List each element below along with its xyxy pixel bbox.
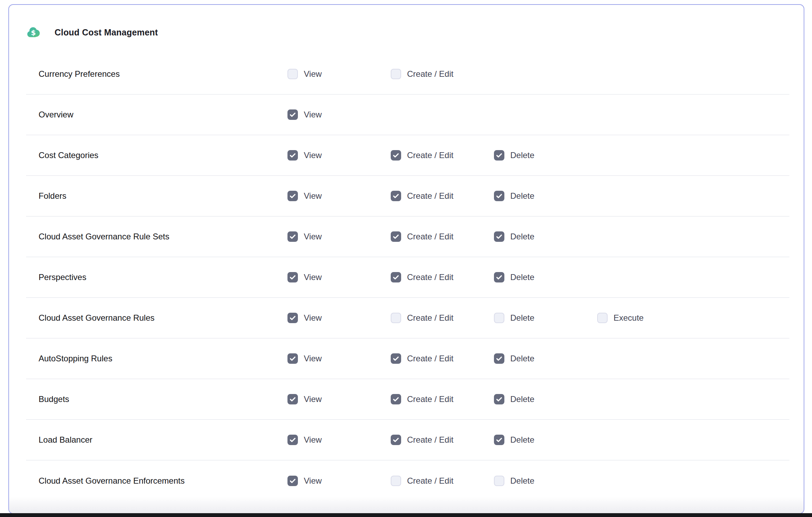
permission-create-edit[interactable]: Create / Edit [391, 191, 453, 201]
module-title: Cloud Cost Management [55, 27, 158, 38]
resource-label: Cost Categories [39, 150, 98, 160]
permission-create-edit[interactable]: Create / Edit [391, 150, 453, 161]
checked-checkbox-create-edit[interactable] [391, 272, 401, 282]
checked-checkbox-delete[interactable] [494, 435, 504, 445]
permission-label: Create / Edit [407, 150, 453, 160]
permission-delete[interactable]: Delete [494, 191, 534, 201]
checked-checkbox-view[interactable] [287, 150, 298, 161]
resource-label: Cloud Asset Governance Rules [39, 313, 155, 323]
checked-checkbox-create-edit[interactable] [391, 191, 401, 201]
unchecked-checkbox-delete[interactable] [494, 476, 504, 486]
permission-label: Delete [510, 394, 534, 404]
permission-create-edit[interactable]: Create / Edit [391, 435, 453, 445]
permission-create-edit[interactable]: Create / Edit [391, 476, 453, 486]
permission-view[interactable]: View [287, 394, 322, 404]
unchecked-checkbox-create-edit[interactable] [391, 313, 401, 323]
checked-checkbox-create-edit[interactable] [391, 231, 401, 242]
checked-checkbox-create-edit[interactable] [391, 435, 401, 445]
checked-checkbox-delete[interactable] [494, 272, 504, 282]
permission-view[interactable]: View [287, 191, 322, 201]
permission-label: View [304, 435, 322, 445]
permission-row-cloud-asset-governance-enforcements: Cloud Asset Governance EnforcementsViewC… [26, 460, 789, 501]
permission-delete[interactable]: Delete [494, 272, 534, 282]
unchecked-checkbox-delete[interactable] [494, 313, 504, 323]
permission-row-cloud-asset-governance-rules: Cloud Asset Governance RulesViewCreate /… [26, 298, 789, 338]
unchecked-checkbox-execute[interactable] [597, 313, 608, 323]
permission-view[interactable]: View [287, 109, 322, 120]
permission-label: Create / Edit [407, 313, 453, 323]
permission-label: Delete [510, 476, 534, 486]
checked-checkbox-view[interactable] [287, 272, 298, 282]
unchecked-checkbox-create-edit[interactable] [391, 476, 401, 486]
checked-checkbox-view[interactable] [287, 313, 298, 323]
permission-label: View [304, 232, 322, 241]
screen-bottom-edge [0, 513, 812, 517]
permission-create-edit[interactable]: Create / Edit [391, 313, 453, 323]
permission-view[interactable]: View [287, 476, 322, 486]
permission-label: View [304, 272, 322, 282]
checked-checkbox-view[interactable] [287, 353, 298, 364]
checked-checkbox-delete[interactable] [494, 394, 504, 404]
permission-label: Delete [510, 435, 534, 445]
checked-checkbox-create-edit[interactable] [391, 353, 401, 364]
permission-create-edit[interactable]: Create / Edit [391, 272, 453, 282]
resource-label: Perspectives [39, 272, 86, 282]
checked-checkbox-delete[interactable] [494, 150, 504, 161]
checked-checkbox-view[interactable] [287, 435, 298, 445]
permission-label: View [304, 191, 322, 201]
permission-label: Create / Edit [407, 232, 453, 241]
permission-label: View [304, 476, 322, 486]
permission-view[interactable]: View [287, 435, 322, 445]
permission-create-edit[interactable]: Create / Edit [391, 231, 453, 242]
permission-create-edit[interactable]: Create / Edit [391, 394, 453, 404]
checked-checkbox-create-edit[interactable] [391, 394, 401, 404]
checked-checkbox-delete[interactable] [494, 191, 504, 201]
permission-delete[interactable]: Delete [494, 231, 534, 242]
checked-checkbox-view[interactable] [287, 191, 298, 201]
permission-label: View [304, 69, 322, 79]
permission-row-load-balancer: Load BalancerViewCreate / EditDelete [26, 420, 789, 460]
permission-label: Execute [614, 313, 644, 323]
permission-view[interactable]: View [287, 353, 322, 364]
svg-text:$: $ [31, 28, 36, 37]
permission-delete[interactable]: Delete [494, 476, 534, 486]
page: $ Cloud Cost Management Currency Prefere… [0, 0, 812, 517]
permission-view[interactable]: View [287, 313, 322, 323]
unchecked-checkbox-create-edit[interactable] [391, 69, 401, 79]
permission-delete[interactable]: Delete [494, 313, 534, 323]
resource-label: Overview [39, 110, 73, 120]
permission-label: View [304, 354, 322, 363]
permission-label: Delete [510, 354, 534, 363]
resource-label: Folders [39, 191, 66, 201]
checked-checkbox-view[interactable] [287, 231, 298, 242]
permission-delete[interactable]: Delete [494, 150, 534, 161]
permission-delete[interactable]: Delete [494, 435, 534, 445]
unchecked-checkbox-view[interactable] [287, 69, 298, 79]
permission-view[interactable]: View [287, 69, 322, 79]
cloud-cost-management-card: $ Cloud Cost Management Currency Prefere… [8, 4, 804, 514]
permission-label: Delete [510, 191, 534, 201]
checked-checkbox-view[interactable] [287, 394, 298, 404]
permission-view[interactable]: View [287, 150, 322, 161]
permission-delete[interactable]: Delete [494, 353, 534, 364]
permission-row-overview: OverviewView [26, 95, 789, 135]
permission-label: Create / Edit [407, 394, 453, 404]
permission-create-edit[interactable]: Create / Edit [391, 69, 453, 79]
permission-execute[interactable]: Execute [597, 313, 644, 323]
permission-label: Delete [510, 150, 534, 160]
checked-checkbox-view[interactable] [287, 109, 298, 120]
checked-checkbox-delete[interactable] [494, 353, 504, 364]
resource-label: Currency Preferences [39, 69, 120, 79]
permission-view[interactable]: View [287, 231, 322, 242]
permission-view[interactable]: View [287, 272, 322, 282]
checked-checkbox-delete[interactable] [494, 231, 504, 242]
checked-checkbox-create-edit[interactable] [391, 150, 401, 161]
permission-create-edit[interactable]: Create / Edit [391, 353, 453, 364]
permission-row-currency-preferences: Currency PreferencesViewCreate / Edit [26, 54, 789, 95]
checked-checkbox-view[interactable] [287, 476, 298, 486]
permission-delete[interactable]: Delete [494, 394, 534, 404]
resource-label: Cloud Asset Governance Rule Sets [39, 232, 169, 241]
permission-label: View [304, 110, 322, 120]
permission-row-folders: FoldersViewCreate / EditDelete [26, 176, 789, 216]
permission-label: Create / Edit [407, 476, 453, 486]
